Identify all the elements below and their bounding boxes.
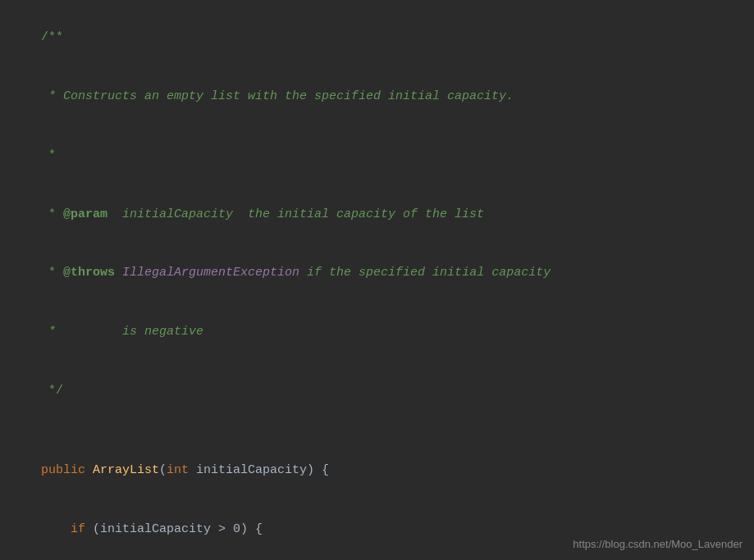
- comment-close: */: [41, 384, 63, 398]
- code-line-4: * @param initialCapacity the initial cap…: [0, 184, 754, 244]
- keyword-if: if: [71, 522, 93, 536]
- throws-class: IllegalArgumentException: [115, 266, 299, 280]
- param-tag: @param: [63, 207, 107, 221]
- code-line-8: [0, 420, 754, 440]
- comment-line-3: *: [41, 148, 56, 162]
- comment-open: /**: [41, 30, 63, 44]
- if-cond1: (initialCapacity > 0) {: [93, 522, 263, 536]
- keyword-int: int: [167, 463, 196, 477]
- code-line-2: * Constructs an empty list with the spec…: [0, 67, 754, 126]
- throws-tag: @throws: [63, 266, 115, 280]
- code-line-1: /**: [0, 8, 754, 67]
- code-line-3: *: [0, 126, 754, 185]
- code-line-6: * is negative: [0, 303, 754, 362]
- method-sig: (: [159, 463, 167, 477]
- indent1: [41, 522, 71, 536]
- comment-line-2: * Constructs an empty list with the spec…: [41, 89, 514, 103]
- code-container: /** * Constructs an empty list with the …: [0, 0, 754, 560]
- param-rest: initialCapacity the initial capacity of …: [107, 207, 484, 221]
- code-line-5: * @throws IllegalArgumentException if th…: [0, 244, 754, 303]
- watermark: https://blog.csdn.net/Moo_Lavender: [573, 538, 743, 550]
- comment-star-4: *: [41, 207, 63, 221]
- code-line-9: public ArrayList(int initialCapacity) {: [0, 441, 754, 500]
- keyword-public: public: [41, 463, 93, 477]
- comment-star-5: *: [41, 266, 63, 280]
- throws-rest: if the specified initial capacity: [299, 266, 551, 280]
- code-line-7: */: [0, 362, 754, 421]
- param-var: initialCapacity) {: [196, 463, 329, 477]
- comment-line-6: * is negative: [41, 325, 203, 339]
- classname-arraylist: ArrayList: [93, 463, 159, 477]
